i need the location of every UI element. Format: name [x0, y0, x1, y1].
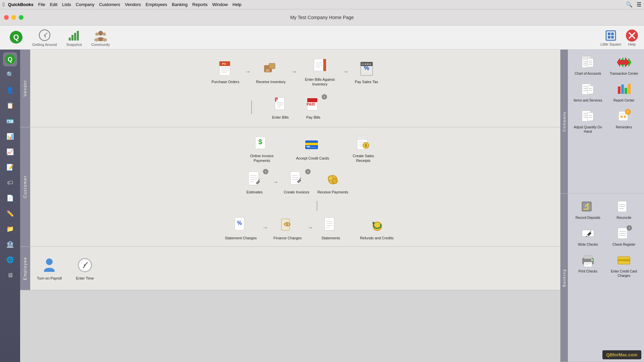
chart-of-accounts-right-item[interactable]: Chart of Accounts — [571, 52, 605, 78]
svg-rect-123 — [618, 86, 621, 94]
receive-inventory-item[interactable]: Receive Inventory — [254, 57, 288, 86]
enter-time-item[interactable]: Enter Time — [70, 254, 100, 283]
menu-help[interactable]: Help — [232, 2, 241, 7]
sidebar-monitor-icon[interactable]: 🖥 — [3, 268, 17, 282]
report-center-right-item[interactable]: Report Center — [607, 79, 642, 105]
check-register-label: Check Register — [612, 242, 635, 247]
finance-charges-item[interactable]: Finance Charges — [271, 214, 304, 242]
estimates-info[interactable]: i — [263, 169, 268, 174]
sidebar-reports-icon[interactable]: 📊 — [3, 129, 17, 143]
app-name: QuickBooks — [8, 2, 34, 7]
pay-bills-info[interactable]: i — [322, 94, 327, 100]
enter-bills-item[interactable]: Enter Bills — [265, 93, 296, 122]
create-invoices-item[interactable]: i Create Invoices — [281, 168, 312, 196]
watermark: QBforMac.com — [602, 350, 641, 359]
close-button[interactable] — [4, 15, 9, 20]
menu-extra-icon[interactable]: ☰ — [637, 1, 641, 8]
search-menubar-icon[interactable]: 🔍 — [626, 1, 633, 8]
estimates-item[interactable]: i Estimates — [239, 168, 270, 196]
check-register-right-item[interactable]: i Check Register — [607, 223, 642, 249]
accept-credit-cards-item[interactable]: Accept Credit Cards — [293, 134, 332, 163]
sidebar-person-icon[interactable]: 👤 — [3, 83, 17, 97]
getting-around-button[interactable]: Getting Around — [28, 27, 61, 48]
sidebar-globe-icon[interactable]: 🌐 — [3, 253, 17, 267]
record-deposits-right-item[interactable]: Record Deposits — [571, 196, 605, 222]
menu-employees[interactable]: Employees — [146, 2, 167, 7]
sidebar-tag-icon[interactable]: 🏷 — [3, 176, 17, 190]
items-and-services-right-item[interactable]: Items and Services — [571, 79, 605, 105]
reminders-right-item[interactable]: ! Reminders — [607, 106, 642, 136]
receive-inventory-label: Receive Inventory — [256, 79, 286, 84]
sidebar-doc-icon[interactable]: 📄 — [3, 191, 17, 205]
enter-bills-against-inventory-icon — [311, 57, 329, 76]
menu-company[interactable]: Company — [76, 2, 95, 7]
menu-lists[interactable]: Lists — [62, 2, 71, 7]
menu-reports[interactable]: Reports — [192, 2, 208, 7]
snapshot-button[interactable]: Snapshot — [62, 27, 86, 48]
maximize-button[interactable] — [19, 15, 23, 20]
v-connector-sc — [317, 201, 317, 211]
pay-sales-tax-item[interactable]: % Pay Sales Tax — [352, 57, 382, 86]
minimize-button[interactable] — [11, 15, 16, 20]
svg-point-10 — [98, 31, 103, 36]
enter-credit-card-charges-right-item[interactable]: Enter Credit Card Charges — [607, 250, 642, 280]
reconcile-label: Reconcile — [616, 216, 631, 220]
receive-payments-icon — [323, 170, 342, 188]
company-right-section: Company — [560, 50, 644, 194]
svg-rect-125 — [625, 88, 627, 94]
purchase-orders-item[interactable]: PO Purchase Orders — [209, 57, 242, 86]
sidebar-chart-icon[interactable]: 📈 — [3, 145, 17, 159]
create-invoices-info[interactable]: i — [305, 169, 311, 174]
svg-rect-6 — [69, 38, 71, 41]
check-register-icon: i — [616, 225, 632, 241]
customer-content: $ Online Invoice Payments → — [30, 127, 560, 246]
little-square-button[interactable]: Little Square — [600, 29, 621, 46]
turn-on-payroll-item[interactable]: Turn on Payroll — [34, 254, 64, 283]
svg-text:PO: PO — [222, 62, 226, 65]
menu-items: File Edit Lists Company Customers Vendor… — [38, 2, 241, 7]
purchase-orders-label: Purchase Orders — [211, 79, 239, 84]
sidebar-qb-icon[interactable]: Q — [3, 52, 17, 66]
sidebar-list-icon[interactable]: 📋 — [3, 99, 17, 113]
statements-item[interactable]: Statements — [316, 214, 346, 242]
online-invoice-payments-item[interactable]: $ Online Invoice Payments — [242, 131, 282, 165]
menu-file[interactable]: File — [38, 2, 45, 7]
menu-vendors[interactable]: Vendors — [125, 2, 141, 7]
sidebar-pencil-icon[interactable]: ✏️ — [3, 206, 17, 221]
print-checks-right-item[interactable]: Print Checks — [571, 250, 605, 280]
receive-payments-item[interactable]: Receive Payments — [315, 168, 351, 196]
svg-rect-60 — [307, 147, 316, 148]
community-button[interactable]: Community — [87, 27, 114, 48]
enter-bills-against-inventory-item[interactable]: Enter Bills Against Inventory — [300, 55, 340, 89]
adjust-quantity-on-hand-label: Adjust Quantity On Hand — [572, 125, 604, 134]
create-sales-receipts-item[interactable]: $ Create Sales Receipts — [343, 131, 383, 165]
sidebar-bank-icon[interactable]: 🏦 — [3, 237, 17, 251]
pay-bills-item[interactable]: i PAID Pay Bills — [298, 93, 328, 122]
customer-row-1: $ Online Invoice Payments → — [207, 131, 383, 165]
refunds-and-credits-item[interactable]: Refunds and Credits — [357, 214, 396, 242]
reconcile-right-item[interactable]: Reconcile — [607, 196, 642, 222]
sidebar-notes-icon[interactable]: 📝 — [3, 160, 17, 174]
help-button[interactable]: Help — [625, 29, 639, 46]
svg-rect-131 — [587, 113, 593, 121]
sidebar-card-icon[interactable]: 🪪 — [3, 114, 17, 128]
vendor-label: Vendor — [23, 80, 28, 97]
statements-icon — [321, 216, 340, 234]
quickbooks-logo[interactable]: Q — [5, 29, 27, 46]
transaction-center-right-item[interactable]: Transaction Center — [607, 52, 642, 78]
menu-customers[interactable]: Customers — [99, 2, 120, 7]
sidebar-search-icon[interactable]: 🔍 — [3, 68, 17, 82]
statement-charges-item[interactable]: % Statement Charges — [222, 214, 260, 242]
help-x-icon — [625, 29, 639, 42]
online-invoice-payments-label: Online Invoice Payments — [245, 154, 279, 163]
apple-menu[interactable]:  — [3, 2, 5, 8]
adjust-quantity-on-hand-right-item[interactable]: Adjust Quantity On Hand — [571, 106, 605, 136]
menu-edit[interactable]: Edit — [50, 2, 57, 7]
sidebar-folder-icon[interactable]: 📁 — [3, 222, 17, 236]
main-content: Vendor PO — [20, 50, 644, 362]
menu-banking[interactable]: Banking — [172, 2, 187, 7]
menu-window[interactable]: Window — [212, 2, 228, 7]
create-sales-receipts-label: Create Sales Receipts — [346, 154, 381, 163]
enter-bills-label: Enter Bills — [272, 115, 289, 120]
write-checks-right-item[interactable]: Write Checks — [571, 223, 605, 249]
